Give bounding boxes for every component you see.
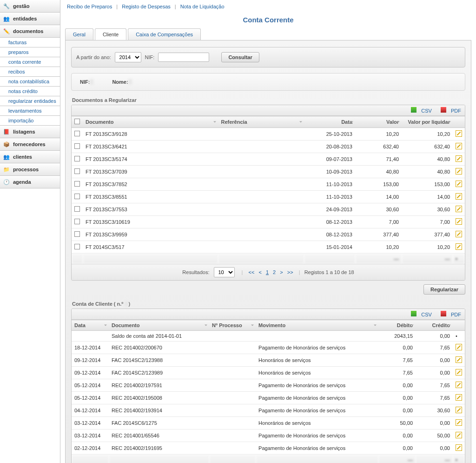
wrench-icon: 🔧 xyxy=(3,2,10,10)
table-row: FT 2013SC3/703910-09-201340,8040,80 xyxy=(72,166,465,178)
edit-row[interactable] xyxy=(453,404,465,417)
sidebar-item-gestao[interactable]: 🔧gestão xyxy=(0,0,60,13)
tab-caixa[interactable]: Caixa de Compensações xyxy=(128,28,201,40)
tab-geral[interactable]: Geral xyxy=(65,28,93,40)
edit-row[interactable] xyxy=(453,417,465,429)
edit-row[interactable] xyxy=(453,342,465,354)
edit-row[interactable] xyxy=(453,178,465,191)
box-icon: 📦 xyxy=(3,141,10,148)
edit-row[interactable] xyxy=(453,141,465,153)
link-registo-despesas[interactable]: Registo de Despesas xyxy=(122,4,171,9)
sidebar-sub-conta-corrente[interactable]: conta corrente xyxy=(0,57,60,67)
page-2[interactable]: 2 xyxy=(273,269,276,275)
col2-documento[interactable]: Documento xyxy=(109,320,209,331)
sidebar-item-processos[interactable]: 📁processos xyxy=(0,163,60,176)
filter-bar: A partir do ano: 2014 NIF: Consultar xyxy=(71,47,465,67)
tab-cliente[interactable]: Cliente xyxy=(95,28,126,40)
link-nota-liquidacao[interactable]: Nota de Liquidação xyxy=(180,4,225,9)
edit-row[interactable] xyxy=(453,379,465,392)
edit-row[interactable] xyxy=(453,442,465,455)
sidebar-item-entidades[interactable]: 👥entidades xyxy=(0,13,60,25)
col2-debito[interactable]: Débito xyxy=(378,320,416,331)
edit-row[interactable] xyxy=(453,191,465,203)
edit-icon xyxy=(456,356,462,363)
row-checkbox[interactable] xyxy=(72,153,83,166)
row-checkbox[interactable] xyxy=(72,166,83,178)
edit-row[interactable] xyxy=(453,203,465,216)
edit-row[interactable] xyxy=(453,367,465,379)
col-referencia[interactable]: Referência xyxy=(218,116,304,128)
sidebar-item-agenda[interactable]: 🕐agenda xyxy=(0,176,60,188)
sidebar-sub-levantamentos[interactable]: levantamentos xyxy=(0,106,60,116)
sidebar-sub-recibos[interactable]: recibos xyxy=(0,67,60,77)
year-select[interactable]: 2014 xyxy=(115,52,141,62)
edit-row[interactable] xyxy=(453,429,465,442)
page-prev[interactable]: < xyxy=(258,269,261,275)
page-title: Conta Corrente xyxy=(65,16,471,24)
col2-data[interactable]: Data xyxy=(72,320,109,331)
edit-row[interactable] xyxy=(453,392,465,404)
sidebar-sub-nota-contabilística[interactable]: nota contabilística xyxy=(0,77,60,87)
edit-row[interactable] xyxy=(453,153,465,166)
col-checkbox[interactable] xyxy=(72,116,83,128)
table-row: FT 2013SC3/517409-07-201371,4040,80 xyxy=(72,153,465,166)
row-checkbox[interactable] xyxy=(72,203,83,216)
table-row: 04-12-2014REC 2014002/193914Pagamento de… xyxy=(72,404,465,417)
row-checkbox[interactable] xyxy=(72,228,83,241)
sidebar-sub-facturas[interactable]: facturas xyxy=(0,38,60,47)
edit-icon xyxy=(456,407,462,413)
top-links: Recibo de Preparos | Registo de Despesas… xyxy=(65,0,471,13)
sidebar-item-fornecedores[interactable]: 📦fornecedores xyxy=(0,138,60,151)
edit-row[interactable] xyxy=(453,216,465,228)
row-checkbox[interactable] xyxy=(72,178,83,191)
edit-icon xyxy=(456,155,462,162)
sidebar-item-documentos[interactable]: ✏️documentos xyxy=(0,25,60,38)
edit-row[interactable] xyxy=(453,166,465,178)
info-nome-value xyxy=(128,79,132,85)
page-next[interactable]: > xyxy=(280,269,283,275)
row-checkbox[interactable] xyxy=(72,191,83,203)
row-checkbox[interactable] xyxy=(72,216,83,228)
col-valor-liquidar[interactable]: Valor por liquidar xyxy=(402,116,453,128)
edit-row[interactable] xyxy=(453,354,465,367)
consultar-button[interactable]: Consultar xyxy=(221,52,259,62)
col2-processo[interactable]: Nº Processo xyxy=(209,320,256,331)
edit-icon xyxy=(456,168,462,174)
client-info: NIF: Nome: xyxy=(71,73,465,91)
col2-movimento[interactable]: Movimento xyxy=(256,320,378,331)
sidebar-item-clientes[interactable]: 👥clientes xyxy=(0,151,60,163)
edit-row[interactable] xyxy=(453,128,465,141)
sidebar-sub-notas-crédito[interactable]: notas crédito xyxy=(0,87,60,96)
page-last[interactable]: >> xyxy=(287,269,293,275)
edit-row[interactable] xyxy=(453,228,465,241)
sidebar-sub-preparos[interactable]: preparos xyxy=(0,47,60,57)
account-number[interactable] xyxy=(125,301,128,307)
export-csv[interactable]: CSV xyxy=(407,108,432,114)
col-documento[interactable]: Documento xyxy=(83,116,218,128)
page-first[interactable]: << xyxy=(248,269,254,275)
export-pdf-2[interactable]: PDF xyxy=(437,312,461,317)
table-row: FT 2013SC3/912825-10-201310,2010,20 xyxy=(72,128,465,141)
col-valor[interactable]: Valor xyxy=(355,116,402,128)
book-icon: 📕 xyxy=(3,128,10,135)
export-csv-2[interactable]: CSV xyxy=(407,312,432,317)
link-recibo-preparos[interactable]: Recibo de Preparos xyxy=(67,4,112,9)
row-checkbox[interactable] xyxy=(72,241,83,254)
page-1[interactable]: 1 xyxy=(266,269,269,275)
people-icon: 👥 xyxy=(3,153,10,161)
col2-credito[interactable]: Crédito xyxy=(416,320,453,331)
export-pdf[interactable]: PDF xyxy=(437,108,461,114)
row-checkbox[interactable] xyxy=(72,128,83,141)
sidebar-sub-importação[interactable]: importação xyxy=(0,116,60,126)
regularizar-button[interactable]: Regularizar xyxy=(423,284,465,295)
nif-input[interactable] xyxy=(158,53,209,62)
edit-row[interactable] xyxy=(453,241,465,254)
users-icon: 👥 xyxy=(3,15,10,22)
row-checkbox[interactable] xyxy=(72,141,83,153)
tabs: Geral Cliente Caixa de Compensações xyxy=(65,28,471,40)
page-size-1[interactable]: 10 xyxy=(214,267,235,277)
edit-icon xyxy=(456,394,462,401)
sidebar-sub-regularizar-entidades[interactable]: regularizar entidades xyxy=(0,96,60,106)
col-data[interactable]: Data xyxy=(304,116,355,128)
sidebar-item-listagens[interactable]: 📕listagens xyxy=(0,126,60,138)
